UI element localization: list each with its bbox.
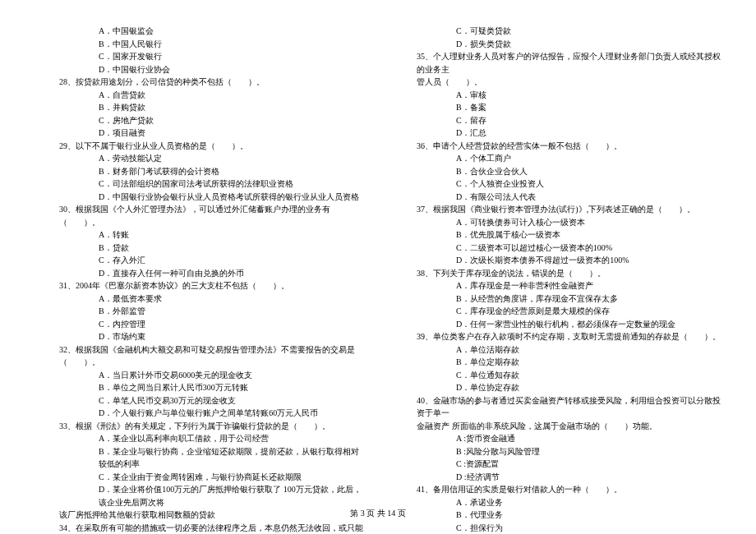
q30-opt-d: D．直接存入任何一种可自由兑换的外币: [33, 267, 366, 280]
q32-opt-b: B．单位之间当日累计人民币300万元转账: [33, 381, 366, 394]
q29-opt-b: B．财务部门考试获得的会计资格: [33, 165, 366, 178]
q35-stem: 35、个人理财业务人员对客户的评估报告，应报个人理财业务部门负责人或经其授权的业…: [390, 50, 723, 76]
q34-opt-c: C．可疑类贷款: [390, 25, 723, 38]
q32-stem: 32、根据我国《金融机构大额交易和可疑交易报告管理办法》不需要报告的交易是（ ）…: [33, 343, 366, 369]
q40-opt-c: C :资源配置: [390, 458, 723, 471]
q38-opt-c: C．库存现金的经营原则是最大规模的保存: [390, 305, 723, 318]
q27-opt-d: D．中国银行业协会: [33, 63, 366, 76]
q27-opt-b: B．中国人民银行: [33, 38, 366, 51]
q36-opt-a: A．个体工商户: [390, 152, 723, 165]
q37-opt-a: A．可转换债券可计入核心一级资本: [390, 216, 723, 229]
q39-opt-b: B．单位定期存款: [390, 356, 723, 369]
q36-opt-c: C．个人独资企业投资人: [390, 177, 723, 191]
q33-opt-b: B．某企业与银行协商，企业缩短还款期限，提前还款，从银行取得相对较低的利率: [33, 445, 366, 471]
two-column-layout: A．中国银监会 B．中国人民银行 C．国家开发银行 D．中国银行业协会 28、按…: [0, 25, 756, 534]
q29-stem: 29、以下不属于银行业从业人员资格的是（ ）。: [33, 140, 366, 153]
q36-stem: 36、申请个人经营贷款的经营实体一般不包括（ ）。: [390, 140, 723, 153]
q31-stem: 31、2004年《巴塞尔新资本协议》的三大支柱不包括（ ）。: [33, 279, 366, 292]
q30-stem: 30、根据我国《个人外汇管理办法》，可以通过外汇储蓄账户办理的业务有（ ）。: [33, 203, 366, 228]
q34-stem: 34、在采取所有可能的措施或一切必要的法律程序之后，本息仍然无法收回，或只能收回…: [33, 522, 366, 535]
q30-opt-c: C．存入外汇: [33, 254, 366, 267]
left-column: A．中国银监会 B．中国人民银行 C．国家开发银行 D．中国银行业协会 28、按…: [33, 25, 366, 534]
q33-opt-c: C．某企业由于资金周转困难，与银行协商延长还款期限: [33, 471, 366, 484]
q40-opt-d: D :经济调节: [390, 471, 723, 484]
q31-opt-a: A．最低资本要求: [33, 292, 366, 306]
q28-opt-d: D．项目融资: [33, 127, 366, 140]
q41-stem: 41、备用信用证的实质是银行对借款人的一种（ ）。: [390, 483, 723, 496]
q32-opt-d: D．个人银行账户与单位银行账户之间单笔转账60万元人民币: [33, 407, 366, 420]
q29-opt-d: D．中国银行业协会银行从业人员资格考试所获得的银行业从业人员资格: [33, 191, 366, 204]
q35-continuation: 管人员（ ）。: [390, 76, 723, 89]
q33-opt-a: A．某企业以高利率向职工借款，用于公司经营: [33, 432, 366, 445]
q37-stem: 37、根据我国《商业银行资本管理办法(试行)》,下列表述正确的是（ ）。: [390, 203, 723, 216]
q31-opt-d: D．市场约束: [33, 330, 366, 343]
right-column: C．可疑类贷款 D．损失类贷款 35、个人理财业务人员对客户的评估报告，应报个人…: [390, 25, 723, 534]
q40-opt-b: B :风险分散与风险管理: [390, 445, 723, 458]
q30-opt-b: B．贷款: [33, 242, 366, 255]
q29-opt-a: A．劳动技能认定: [33, 152, 366, 165]
q40-opt-a: A :货币资金融通: [390, 432, 723, 445]
q28-stem: 28、按贷款用途划分，公司信贷的种类不包括（ ）。: [33, 76, 366, 89]
q28-opt-b: B．并购贷款: [33, 101, 366, 114]
q36-opt-b: B．合伙企业合伙人: [390, 165, 723, 178]
q38-opt-a: A．库存现金是一种非营利性金融资产: [390, 279, 723, 292]
q35-opt-a: A．审核: [390, 89, 723, 102]
q32-opt-a: A．当日累计外币交易6000美元的现金收支: [33, 369, 366, 382]
q40-stem: 40、金融市场的参与者通过买卖金融资产转移或接受风险，利用组合投资可以分散投资于…: [390, 394, 723, 420]
q40-continuation: 金融资产 所面临的非系统风险，这属于金融市场的（ ）功能。: [390, 420, 723, 433]
q38-opt-d: D．任何一家营业性的银行机构，都必须保存一定数量的现金: [390, 318, 723, 331]
q27-opt-a: A．中国银监会: [33, 25, 366, 38]
q34-opt-d: D．损失类贷款: [390, 38, 723, 51]
q36-opt-d: D．有限公司法人代表: [390, 191, 723, 204]
q37-opt-b: B．优先股属于核心一级资本: [390, 228, 723, 242]
q41-opt-c: C．担保行为: [390, 522, 723, 535]
q35-opt-c: C．留存: [390, 114, 723, 127]
q30-opt-a: A．转账: [33, 228, 366, 242]
q27-opt-c: C．国家开发银行: [33, 50, 366, 63]
q28-opt-c: C．房地产贷款: [33, 114, 366, 127]
q39-opt-c: C．单位通知存款: [390, 369, 723, 382]
q39-opt-a: A．单位活期存款: [390, 343, 723, 357]
q37-opt-c: C．二级资本可以超过核心一级资本的100%: [390, 242, 723, 255]
q37-opt-d: D．次级长期资本债券不得超过一级资本的100%: [390, 254, 723, 267]
q33-opt-d: D．某企业将价值100万元的厂房抵押给银行获取了 100万元贷款，此后，该企业先…: [33, 483, 366, 509]
q32-opt-c: C．单笔人民币交易30万元的现金收支: [33, 394, 366, 407]
q31-opt-b: B．外部监管: [33, 305, 366, 318]
page-footer: 第 3 页 共 14 页: [0, 507, 756, 520]
q31-opt-c: C．内控管理: [33, 318, 366, 331]
q35-opt-b: B．备案: [390, 101, 723, 114]
q28-opt-a: A．自营贷款: [33, 89, 366, 102]
q38-opt-b: B．从经营的角度讲，库存现金不宜保存太多: [390, 292, 723, 306]
q38-stem: 38、下列关于库存现金的说法，错误的是（ ）。: [390, 267, 723, 280]
q39-stem: 39、单位类客户在存入款项时不约定存期，支取时无需提前通知的存款是（ ）。: [390, 330, 723, 343]
q29-opt-c: C．司法部组织的国家司法考试所获得的法律职业资格: [33, 177, 366, 191]
q33-stem: 33、根据《刑法》的有关规定，下列行为属于诈骗银行贷款的是（ ）。: [33, 420, 366, 433]
q35-opt-d: D．汇总: [390, 127, 723, 140]
q39-opt-d: D．单位协定存款: [390, 381, 723, 394]
